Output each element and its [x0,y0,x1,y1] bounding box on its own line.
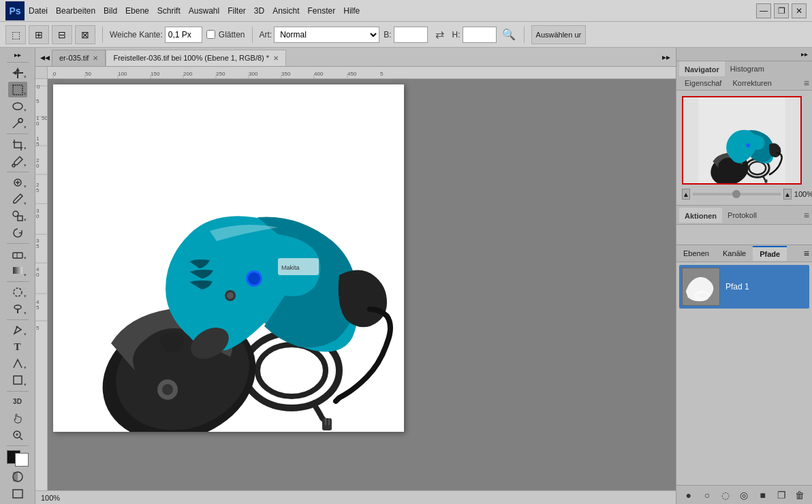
expand-btn[interactable]: ▸▸ [798,49,811,59]
menu-hilfe[interactable]: Hilfe [343,6,360,16]
restore-button[interactable]: ❐ [774,3,789,18]
healing-btn[interactable]: ▾ [8,175,27,191]
glaetten-checkbox[interactable] [206,30,215,39]
nav-zoom-row: ▲ ▲ 100% [682,189,807,200]
tool-sep-5 [7,319,29,320]
new-selection-btn[interactable]: ⬚ [5,25,26,44]
path-item-1[interactable]: Pfad 1 [679,265,809,309]
blur-btn[interactable]: ▾ [8,285,27,300]
aktionen-tab[interactable]: Aktionen [679,208,722,223]
hand-btn[interactable] [8,411,27,426]
zoom-out-btn[interactable]: ▲ [682,189,690,200]
tab-file2-close[interactable]: ✕ [273,54,279,62]
korrekturen-tab[interactable]: Korrekturen [727,76,777,90]
path-select-btn[interactable]: ▾ [8,356,27,372]
menu-schrift[interactable]: Schrift [157,6,181,16]
tab-file2[interactable]: Freisteller-036.tif bei 100% (Ebene 1, R… [106,50,286,66]
type-btn[interactable]: T [8,339,27,355]
weiche-kante-field: Weiche Kante: [110,27,202,43]
b-input[interactable] [394,27,428,43]
nav-preview-image [683,97,800,183]
options-toolbar: ⬚ ⊞ ⊟ ⊠ Weiche Kante: Glätten Art: Norma… [0,22,812,48]
color-selector[interactable] [7,450,29,467]
canvas-viewport[interactable]: Makita [48,79,676,490]
menu-bearbeiten[interactable]: Bearbeiten [56,6,95,16]
add-selection-btn[interactable]: ⊞ [29,25,49,44]
gradient-btn[interactable]: ▾ [8,263,27,279]
zoom-btn[interactable] [8,428,27,443]
menu-datei[interactable]: Datei [29,6,48,16]
menu-fenster[interactable]: Fenster [308,6,336,16]
eyedropper-btn[interactable]: ▾ [8,153,27,169]
svg-text:200: 200 [183,71,193,77]
toolbox-collapse[interactable]: ▸▸ [11,50,25,59]
pen-btn[interactable]: ▾ [8,322,27,338]
auswahl-btn[interactable]: Auswählen ur [531,25,587,44]
navigator-tab-row: Navigator Histogram Eigenschaf Korrektur… [676,61,812,91]
intersect-selection-btn[interactable]: ⊠ [75,25,95,44]
weiche-kante-input[interactable] [165,27,202,43]
navigator-tab[interactable]: Navigator [679,61,725,76]
menu-filter[interactable]: Filter [228,6,246,16]
tab-file1[interactable]: er-035.tif ✕ [52,50,106,66]
svg-rect-101 [764,180,767,183]
swap-icon[interactable]: ⇄ [432,27,448,43]
svg-point-18 [14,305,21,309]
h-input[interactable] [463,27,497,43]
document-canvas: Makita [53,84,404,432]
shape-btn[interactable]: ▾ [8,373,27,388]
layer-target-btn[interactable]: ◎ [737,488,751,502]
tab-bar: ◂◂ er-035.tif ✕ Freisteller-036.tif bei … [35,48,676,67]
subtract-selection-btn[interactable]: ⊟ [52,25,72,44]
clone-btn[interactable]: ▾ [8,208,27,224]
protokoll-tab[interactable]: Protokoll [722,208,762,222]
layer-delete-btn[interactable]: 🗑 [793,488,807,502]
histogram-tab[interactable]: Histogram [725,62,770,76]
kanaele-tab[interactable]: Kanäle [716,247,753,260]
layer-square-btn[interactable]: ■ [756,488,770,502]
vertical-ruler: 0 50 5 1 0 1 5 2 0 2 5 [35,79,48,490]
zoom-slider[interactable] [693,193,781,195]
pfade-tab[interactable]: Pfade [753,246,787,261]
menu-bild[interactable]: Bild [104,6,117,16]
eraser-btn[interactable]: ▾ [8,247,27,262]
brush-btn[interactable]: ▾ [8,191,27,207]
svg-rect-14 [13,253,22,258]
menu-auswahl[interactable]: Auswahl [189,6,219,16]
close-button[interactable]: ✕ [792,3,807,18]
actions-panel [676,225,812,245]
search-icon[interactable]: 🔍 [501,27,517,43]
lasso-tool-btn[interactable]: ▾ [8,99,27,114]
crop-tool-btn[interactable]: ▾ [8,137,27,153]
tab-scroll-right[interactable]: ▸▸ [659,50,673,64]
magic-wand-btn[interactable]: ▾ [8,115,27,131]
zoom-in-btn[interactable]: ▲ [783,189,792,200]
menu-ebene[interactable]: Ebene [125,6,149,16]
tab-scroll-left[interactable]: ◂◂ [38,50,52,64]
history-btn[interactable] [8,225,27,240]
eigenschaften-tab[interactable]: Eigenschaf [679,76,727,90]
menu-3d[interactable]: 3D [254,6,264,16]
minimize-button[interactable]: — [756,3,771,18]
layers-panel-menu[interactable]: ≡ [801,245,812,262]
menu-ansicht[interactable]: Ansicht [272,6,299,16]
layer-circle-empty-btn[interactable]: ○ [700,488,714,502]
actions-panel-menu[interactable]: ≡ [804,210,809,221]
move-tool-btn[interactable]: ▾ [8,65,27,81]
canvas-area: ◂◂ er-035.tif ✕ Freisteller-036.tif bei … [35,48,676,504]
panels-expand-row: ▸▸ [676,48,812,61]
layer-circle-btn[interactable]: ● [682,488,696,502]
layer-copy-btn[interactable]: ❐ [775,488,788,502]
art-select[interactable]: Normal Festes Seitenverhältnis Feste Grö… [274,27,379,43]
tab-file1-close[interactable]: ✕ [93,54,98,62]
quickmask-btn[interactable] [8,469,27,485]
dodge-btn[interactable]: ▾ [8,301,27,317]
layer-dotted-btn[interactable]: ◌ [719,488,732,502]
3d-btn[interactable]: 3D [8,394,27,409]
marquee-tool-btn[interactable]: ▾ [8,82,27,97]
navigator-panel-menu[interactable]: ≡ [804,78,809,89]
menu-bar: Datei Bearbeiten Bild Ebene Schrift Ausw… [29,6,756,16]
ebenen-tab[interactable]: Ebenen [676,247,716,260]
screenmode-btn[interactable] [8,486,27,502]
path-name-1: Pfad 1 [725,282,749,292]
